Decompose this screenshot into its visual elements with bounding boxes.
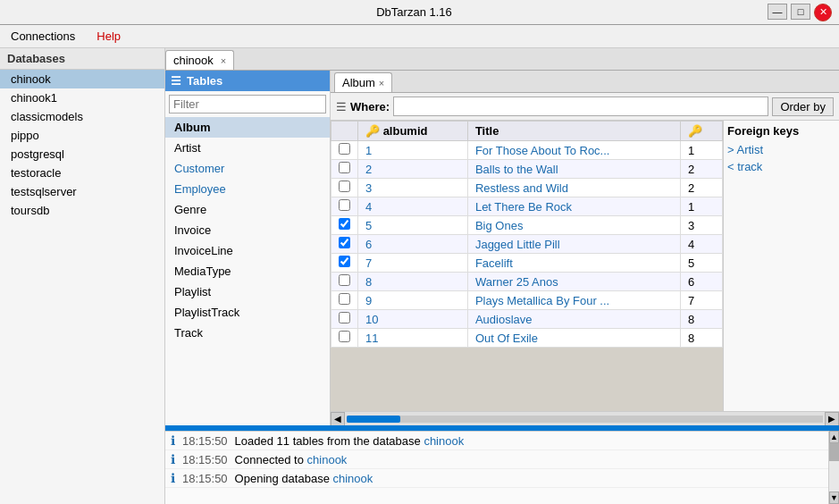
right-panel: chinook × ☰ Tables Album Artist Customer… bbox=[165, 48, 839, 504]
tables-menu-icon[interactable]: ☰ bbox=[171, 74, 181, 88]
db-tab-close-icon[interactable]: × bbox=[221, 55, 226, 66]
cell-title[interactable]: Plays Metallica By Four ... bbox=[467, 291, 680, 310]
row-checkbox[interactable] bbox=[339, 293, 350, 305]
hscroll-left-btn[interactable]: ◀ bbox=[331, 412, 345, 426]
inner-tab-close-icon[interactable]: × bbox=[379, 78, 384, 88]
row-checkbox[interactable] bbox=[339, 312, 350, 323]
minimize-button[interactable]: — bbox=[768, 4, 787, 20]
row-checkbox[interactable] bbox=[339, 274, 350, 286]
cell-albumid[interactable]: 11 bbox=[358, 329, 468, 348]
cell-title[interactable]: Jagged Little Pill bbox=[467, 235, 680, 254]
sidebar-item-chinook[interactable]: chinook bbox=[0, 70, 164, 88]
cell-albumid[interactable]: 3 bbox=[358, 179, 468, 197]
log-timestamp: 18:15:50 bbox=[182, 472, 228, 485]
query-menu-icon[interactable]: ☰ bbox=[336, 100, 347, 113]
horizontal-scrollbar[interactable]: ◀ ▶ bbox=[331, 411, 839, 425]
table-item-invoice[interactable]: Invoice bbox=[165, 220, 330, 240]
col-header-title[interactable]: Title bbox=[467, 122, 680, 141]
col-title-label: Title bbox=[475, 124, 499, 138]
hscroll-thumb[interactable] bbox=[347, 416, 400, 423]
cell-fk: 8 bbox=[681, 310, 723, 329]
row-checkbox-cell bbox=[331, 273, 358, 291]
cell-fk: 2 bbox=[681, 160, 723, 179]
hscroll-track[interactable] bbox=[347, 416, 823, 423]
fk-item-track[interactable]: < track bbox=[727, 158, 835, 175]
sidebar-item-testsqlserver[interactable]: testsqlserver bbox=[0, 182, 164, 201]
row-checkbox[interactable] bbox=[339, 218, 350, 230]
col-header-albumid[interactable]: 🔑 albumid bbox=[358, 122, 468, 141]
table-item-playlist[interactable]: Playlist bbox=[165, 281, 330, 302]
cell-albumid[interactable]: 1 bbox=[358, 141, 468, 160]
cell-fk: 3 bbox=[681, 216, 723, 235]
row-checkbox[interactable] bbox=[339, 331, 350, 342]
cell-title[interactable]: Let There Be Rock bbox=[467, 197, 680, 216]
log-scroll-down-btn[interactable]: ▼ bbox=[829, 491, 839, 504]
cell-title[interactable]: Audioslave bbox=[467, 310, 680, 329]
table-row: 8Warner 25 Anos6 bbox=[331, 273, 723, 291]
cell-albumid[interactable]: 5 bbox=[358, 216, 468, 235]
col-header-fk: 🔑 bbox=[681, 122, 723, 141]
sidebar-item-testoracle[interactable]: testoracle bbox=[0, 164, 164, 182]
table-item-employee[interactable]: Employee bbox=[165, 179, 330, 199]
cell-albumid[interactable]: 4 bbox=[358, 197, 468, 216]
log-scroll-thumb[interactable] bbox=[829, 443, 839, 461]
row-checkbox[interactable] bbox=[339, 199, 350, 211]
row-checkbox[interactable] bbox=[339, 237, 350, 248]
row-checkbox[interactable] bbox=[339, 143, 350, 155]
cell-fk: 1 bbox=[681, 197, 723, 216]
table-item-genre[interactable]: Genre bbox=[165, 199, 330, 220]
sidebar-item-classicmodels[interactable]: classicmodels bbox=[0, 107, 164, 126]
cell-title[interactable]: For Those About To Roc... bbox=[467, 141, 680, 160]
log-scrollbar[interactable]: ▲ ▼ bbox=[828, 431, 839, 504]
cell-title[interactable]: Warner 25 Anos bbox=[467, 273, 680, 291]
row-checkbox[interactable] bbox=[339, 162, 350, 173]
sidebar-item-pippo[interactable]: pippo bbox=[0, 126, 164, 145]
table-item-playlisttrack[interactable]: PlaylistTrack bbox=[165, 302, 330, 323]
log-message: Loaded 11 tables from the database chino… bbox=[235, 434, 465, 448]
databases-header: Databases bbox=[0, 48, 164, 70]
table-row: 2Balls to the Wall2 bbox=[331, 160, 723, 179]
fk-item-artist[interactable]: > Artist bbox=[727, 141, 835, 158]
tables-filter-input[interactable] bbox=[169, 95, 326, 113]
sidebar-item-toursdb[interactable]: toursdb bbox=[0, 201, 164, 220]
cell-title[interactable]: Out Of Exile bbox=[467, 329, 680, 348]
table-list: Album Artist Customer Employee Genre Inv… bbox=[165, 117, 330, 425]
table-row: 10Audioslave8 bbox=[331, 310, 723, 329]
log-scroll-track bbox=[829, 443, 839, 491]
cell-albumid[interactable]: 8 bbox=[358, 273, 468, 291]
row-checkbox[interactable] bbox=[339, 256, 350, 267]
sidebar-item-chinook1[interactable]: chinook1 bbox=[0, 88, 164, 107]
content-area: ☰ Tables Album Artist Customer Employee … bbox=[165, 71, 839, 425]
middle-pane: Album × ☰ Where: Order by bbox=[331, 71, 839, 425]
cell-title[interactable]: Big Ones bbox=[467, 216, 680, 235]
table-item-mediatype[interactable]: MediaType bbox=[165, 261, 330, 281]
close-button[interactable]: ✕ bbox=[814, 4, 832, 21]
cell-albumid[interactable]: 2 bbox=[358, 160, 468, 179]
cell-albumid[interactable]: 10 bbox=[358, 310, 468, 329]
cell-albumid[interactable]: 9 bbox=[358, 291, 468, 310]
cell-albumid[interactable]: 7 bbox=[358, 254, 468, 273]
order-by-button[interactable]: Order by bbox=[772, 97, 834, 116]
cell-title[interactable]: Restless and Wild bbox=[467, 179, 680, 197]
data-grid-container[interactable]: 🔑 albumid Title 🔑 bbox=[331, 121, 723, 411]
where-input[interactable] bbox=[393, 97, 768, 116]
table-item-invoiceline[interactable]: InvoiceLine bbox=[165, 240, 330, 261]
inner-tab-album[interactable]: Album × bbox=[334, 72, 392, 92]
table-item-artist[interactable]: Artist bbox=[165, 138, 330, 158]
menu-connections[interactable]: Connections bbox=[4, 28, 82, 45]
table-item-customer[interactable]: Customer bbox=[165, 158, 330, 179]
log-scroll-up-btn[interactable]: ▲ bbox=[829, 431, 839, 443]
cell-albumid[interactable]: 6 bbox=[358, 235, 468, 254]
log-highlight: chinook bbox=[424, 434, 464, 448]
menu-help[interactable]: Help bbox=[89, 28, 128, 45]
table-row: 11Out Of Exile8 bbox=[331, 329, 723, 348]
hscroll-right-btn[interactable]: ▶ bbox=[825, 412, 839, 426]
cell-title[interactable]: Balls to the Wall bbox=[467, 160, 680, 179]
table-item-track[interactable]: Track bbox=[165, 323, 330, 343]
maximize-button[interactable]: □ bbox=[791, 4, 810, 20]
row-checkbox[interactable] bbox=[339, 181, 350, 192]
cell-title[interactable]: Facelift bbox=[467, 254, 680, 273]
table-item-album[interactable]: Album bbox=[165, 117, 330, 138]
sidebar-item-postgresql[interactable]: postgresql bbox=[0, 145, 164, 164]
db-tab-chinook[interactable]: chinook × bbox=[165, 50, 234, 70]
